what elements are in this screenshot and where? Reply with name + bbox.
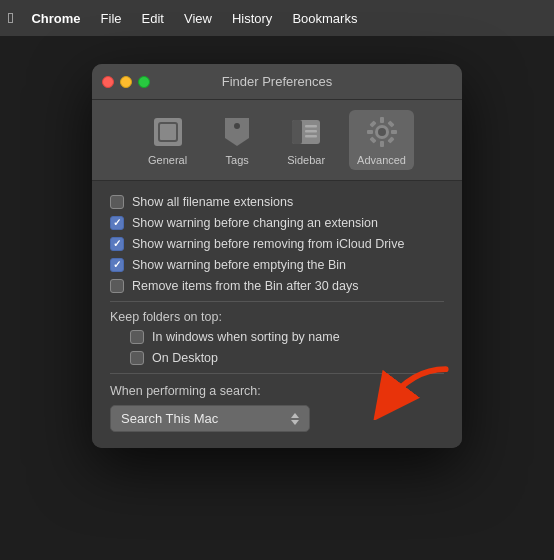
tags-icon [219,114,255,150]
general-icon [150,114,186,150]
minimize-button[interactable] [120,76,132,88]
finder-preferences-window: Finder Preferences General [92,64,462,448]
red-arrow-icon [354,360,454,424]
dropdown-value: Search This Mac [121,411,218,426]
checkbox-row-warn-icloud: Show warning before removing from iCloud… [110,237,444,251]
menu-chrome[interactable]: Chrome [23,8,88,29]
chevron-up-icon [291,413,299,418]
menu-bookmarks[interactable]: Bookmarks [284,8,365,29]
label-windows-sort: In windows when sorting by name [152,330,340,344]
menu-history[interactable]: History [224,8,280,29]
svg-rect-9 [380,117,384,123]
menu-file[interactable]: File [93,8,130,29]
menubar:  Chrome File Edit View History Bookmark… [0,0,554,36]
tab-sidebar-label: Sidebar [287,154,325,166]
checkbox-remove-bin[interactable] [110,279,124,293]
tab-tags[interactable]: Tags [211,110,263,170]
tab-advanced-label: Advanced [357,154,406,166]
apple-logo-icon:  [8,9,13,26]
checkbox-windows-sort[interactable] [130,330,144,344]
chevron-down-icon [291,420,299,425]
svg-point-17 [378,128,386,136]
checkbox-row-warn-extension: Show warning before changing an extensio… [110,216,444,230]
label-warn-icloud: Show warning before removing from iCloud… [132,237,404,251]
tab-advanced[interactable]: Advanced [349,110,414,170]
svg-rect-4 [292,120,302,144]
search-section: When performing a search: Search This Ma… [110,384,444,432]
checkbox-warn-extension[interactable] [110,216,124,230]
label-on-desktop: On Desktop [152,351,218,365]
label-warn-extension: Show warning before changing an extensio… [132,216,378,230]
arrow-container: Search This Mac [110,405,444,432]
checkbox-show-extensions[interactable] [110,195,124,209]
svg-rect-6 [305,130,317,133]
svg-rect-15 [369,136,376,143]
window-wrap: Finder Preferences General [0,36,554,448]
maximize-button[interactable] [138,76,150,88]
checkbox-warn-icloud[interactable] [110,237,124,251]
label-warn-bin: Show warning before emptying the Bin [132,258,346,272]
close-button[interactable] [102,76,114,88]
svg-rect-12 [391,130,397,134]
tab-sidebar[interactable]: Sidebar [279,110,333,170]
checkbox-warn-bin[interactable] [110,258,124,272]
label-remove-bin: Remove items from the Bin after 30 days [132,279,358,293]
checkbox-row-windows-sort: In windows when sorting by name [130,330,444,344]
svg-rect-13 [369,120,376,127]
svg-rect-7 [305,135,317,138]
svg-rect-10 [380,141,384,147]
svg-rect-14 [387,136,394,143]
svg-point-2 [234,123,240,129]
advanced-icon [364,114,400,150]
checkbox-row-warn-bin: Show warning before emptying the Bin [110,258,444,272]
label-show-extensions: Show all filename extensions [132,195,293,209]
toolbar: General Tags [92,100,462,181]
traffic-lights [102,76,150,88]
tab-tags-label: Tags [226,154,249,166]
dropdown-arrow-icon [291,413,299,425]
tab-general[interactable]: General [140,110,195,170]
content-area: Show all filename extensions Show warnin… [92,181,462,448]
svg-rect-5 [305,125,317,128]
checkbox-row-remove-bin: Remove items from the Bin after 30 days [110,279,444,293]
divider-1 [110,301,444,302]
svg-rect-16 [387,120,394,127]
tab-general-label: General [148,154,187,166]
search-dropdown[interactable]: Search This Mac [110,405,310,432]
svg-rect-11 [367,130,373,134]
titlebar: Finder Preferences [92,64,462,100]
checkbox-on-desktop[interactable] [130,351,144,365]
menu-view[interactable]: View [176,8,220,29]
checkbox-row-extensions: Show all filename extensions [110,195,444,209]
keep-folders-label: Keep folders on top: [110,310,444,324]
sidebar-icon [288,114,324,150]
window-title: Finder Preferences [222,74,333,89]
menu-edit[interactable]: Edit [134,8,172,29]
